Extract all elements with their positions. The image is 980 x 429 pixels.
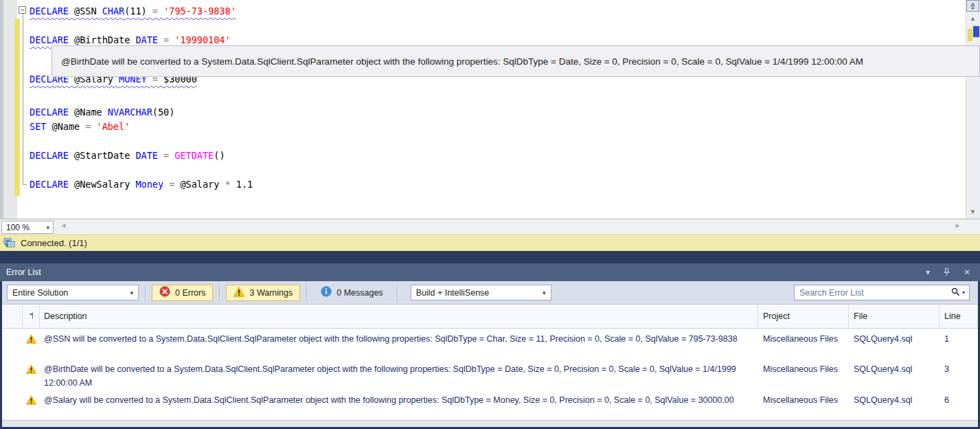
- warnings-filter-button[interactable]: 3 Warnings: [226, 285, 300, 301]
- row-selector-column-header[interactable]: [2, 305, 23, 328]
- toolbar-separator: [219, 285, 220, 300]
- scope-filter-dropdown[interactable]: Entire Solution ▾: [7, 285, 139, 300]
- row-line: 1: [939, 332, 978, 346]
- code-line[interactable]: DECLARE @NewSalary Money = @Salary * 1.1: [30, 178, 253, 191]
- pin-icon[interactable]: [943, 267, 950, 278]
- scroll-left-icon[interactable]: ◄: [60, 222, 67, 229]
- scroll-right-icon[interactable]: ►: [955, 222, 961, 229]
- row-file: SQLQuery4.sql: [849, 393, 939, 407]
- search-options-chevron-icon[interactable]: ▾: [962, 289, 965, 296]
- splitter-handle-icon[interactable]: [966, 0, 979, 12]
- status-text: Connected. (1/1): [21, 238, 87, 248]
- warning-icon: [23, 393, 40, 405]
- errors-button-label: 0 Errors: [175, 288, 205, 298]
- errors-filter-button[interactable]: 0 Errors: [152, 285, 213, 301]
- code-line[interactable]: DECLARE @SSN CHAR(11) = '795-73-9838': [30, 5, 236, 18]
- line-column-header[interactable]: Line: [939, 305, 978, 328]
- description-column-header[interactable]: Description: [40, 305, 758, 328]
- row-line: 3: [939, 362, 978, 376]
- sql-editor[interactable]: − DECLARE @SSN CHAR(11) = '795-73-9838'D…: [0, 0, 980, 219]
- parameter-tooltip: @BirthDate will be converted to a System…: [52, 45, 980, 77]
- warnings-button-label: 3 Warnings: [249, 288, 293, 298]
- warning-icon: [23, 362, 40, 374]
- project-column-header[interactable]: Project: [758, 305, 849, 328]
- scroll-down-icon[interactable]: ▼: [966, 206, 980, 217]
- panel-title-label: Error List: [6, 267, 41, 277]
- connected-server-icon: [3, 238, 16, 248]
- search-icon[interactable]: [951, 287, 960, 299]
- warning-icon: [23, 332, 40, 344]
- row-description: @Salary will be converted to a System.Da…: [40, 393, 758, 407]
- vertical-scrollbar[interactable]: ▲ ▼: [966, 0, 980, 219]
- close-icon[interactable]: ✕: [964, 268, 970, 276]
- window-position-chevron-icon[interactable]: ▾: [926, 268, 930, 276]
- row-line: 6: [939, 393, 978, 407]
- grid-rows: @SSN will be converted to a System.Data.…: [2, 329, 978, 420]
- row-description: @SSN will be converted to a System.Data.…: [40, 332, 758, 346]
- scrollbar-caret-marker[interactable]: [973, 26, 979, 37]
- code-line[interactable]: SET @Name = 'Abel': [30, 120, 130, 133]
- chevron-down-icon: ▾: [124, 289, 133, 296]
- horizontal-scrollbar-row[interactable]: 100 % ▾ ◄ ►: [0, 219, 980, 234]
- messages-button-label: 0 Messages: [337, 288, 383, 298]
- error-list-row[interactable]: @SSN will be converted to a System.Data.…: [2, 329, 978, 359]
- error-list-panel: Error List ▾ ✕ Entire Solution ▾: [0, 251, 980, 429]
- toolbar-separator: [397, 285, 398, 300]
- search-input[interactable]: [795, 288, 951, 298]
- source-filter-value: Build + IntelliSense: [416, 288, 490, 298]
- scope-filter-value: Entire Solution: [12, 288, 68, 298]
- error-icon: [159, 286, 170, 299]
- row-project: Miscellaneous Files: [758, 393, 849, 407]
- row-project: Miscellaneous Files: [758, 362, 849, 376]
- error-list-toolbar: Entire Solution ▾ 0 Errors: [2, 281, 978, 305]
- scrollbar-change-marker: [968, 29, 972, 41]
- source-filter-dropdown[interactable]: Build + IntelliSense ▾: [411, 285, 551, 300]
- chevron-down-icon: ▾: [46, 224, 53, 231]
- error-list-row[interactable]: @BirthDate will be converted to a System…: [2, 359, 978, 390]
- code-line[interactable]: DECLARE @Name NVARCHAR(50): [30, 106, 174, 119]
- code-lines: DECLARE @SSN CHAR(11) = '795-73-9838'DEC…: [0, 0, 948, 219]
- toolbar-separator: [145, 285, 146, 300]
- grid-footer-strip: [2, 420, 978, 427]
- messages-filter-button[interactable]: 0 Messages: [313, 285, 390, 301]
- zoom-level-combo[interactable]: 100 % ▾: [1, 221, 54, 234]
- severity-column-icon: [28, 311, 34, 321]
- code-line[interactable]: DECLARE @StartDate DATE = GETDATE(): [30, 149, 225, 162]
- connection-status-bar: Connected. (1/1): [0, 234, 980, 251]
- search-error-list-box[interactable]: ▾: [794, 285, 970, 300]
- error-list-body: Entire Solution ▾ 0 Errors: [2, 281, 978, 427]
- chevron-down-icon: ▾: [537, 289, 546, 296]
- severity-column-header[interactable]: [23, 305, 40, 328]
- zoom-level-value: 100 %: [6, 223, 30, 232]
- file-column-header[interactable]: File: [849, 305, 939, 328]
- error-list-row[interactable]: @Salary will be converted to a System.Da…: [2, 390, 978, 420]
- row-project: Miscellaneous Files: [758, 332, 849, 346]
- info-icon: [321, 286, 332, 299]
- toolbar-separator: [306, 285, 307, 300]
- warning-icon: [233, 287, 244, 299]
- grid-header: Description Project File Line: [2, 305, 978, 329]
- row-description: @BirthDate will be converted to a System…: [40, 362, 758, 390]
- scroll-up-icon[interactable]: ▲: [966, 13, 980, 24]
- row-file: SQLQuery4.sql: [849, 332, 939, 346]
- row-file: SQLQuery4.sql: [849, 362, 939, 376]
- error-list-titlebar[interactable]: Error List ▾ ✕: [0, 263, 980, 281]
